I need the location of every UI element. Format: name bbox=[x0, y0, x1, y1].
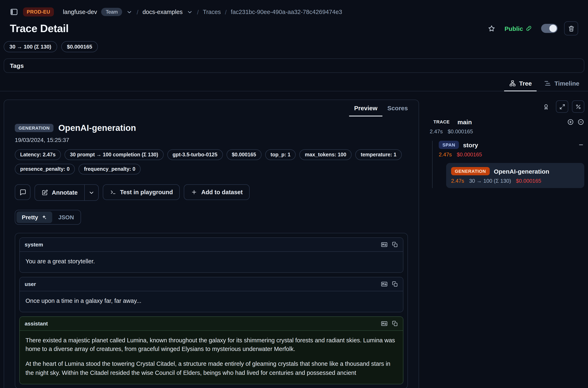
copy-button[interactable] bbox=[392, 320, 398, 327]
cost-pill: $0.000165 bbox=[61, 41, 98, 52]
tree-node-span[interactable]: SPAN story 2.47s $0.000165 bbox=[439, 141, 584, 158]
public-label: Public bbox=[504, 25, 523, 32]
generation-tokens: 30 → 100 (Σ 130) bbox=[469, 178, 511, 184]
generation-name: OpenAI-generation bbox=[494, 168, 549, 175]
trace-name: main bbox=[457, 118, 472, 125]
title-actions: Public bbox=[488, 21, 578, 35]
annotate-label: Annotate bbox=[52, 189, 78, 196]
tree-icon bbox=[509, 80, 516, 87]
observation-metadata-pills: Latency: 2.47s 30 prompt → 100 completio… bbox=[15, 149, 408, 174]
generation-metrics: 2.47s 30 → 100 (Σ 130) $0.000165 bbox=[451, 178, 579, 184]
plus-circle-icon bbox=[567, 118, 574, 125]
copy-button[interactable] bbox=[392, 281, 398, 288]
breadcrumb-org[interactable]: langfuse-dev bbox=[63, 9, 97, 15]
page-title: Trace Detail bbox=[10, 22, 69, 35]
chevron-down-icon bbox=[187, 9, 193, 15]
tab-timeline-label: Timeline bbox=[554, 80, 579, 87]
message-card-user: user Once upon a time in a galaxy far, bbox=[19, 277, 403, 312]
observation-title: OpenAI-generation bbox=[58, 123, 136, 133]
org-switcher-button[interactable] bbox=[126, 9, 133, 15]
tree-zoom-controls bbox=[567, 118, 584, 125]
annotation-queue-button[interactable] bbox=[540, 100, 552, 113]
fullscreen-button[interactable] bbox=[556, 100, 568, 113]
award-icon bbox=[543, 103, 549, 110]
generation-cost: $0.000165 bbox=[516, 178, 541, 184]
breadcrumb-separator: / bbox=[225, 8, 226, 15]
span-latency: 2.47s bbox=[439, 151, 452, 158]
markdown-icon bbox=[381, 320, 388, 327]
observation-body: GENERATION OpenAI-generation 19/03/2024,… bbox=[4, 117, 419, 388]
tree-node-trace[interactable]: TRACE main 2.47s $0.00 bbox=[430, 118, 584, 135]
breadcrumb-trace-id: fac231bc-90ee-490a-aa32-78c4269474e3 bbox=[231, 9, 342, 15]
trace-detail-page: PROD-EU langfuse-dev Team / docs-example… bbox=[0, 0, 588, 388]
assistant-paragraph: There existed a majestic planet called L… bbox=[25, 336, 397, 354]
expand-nodes-button[interactable] bbox=[567, 118, 574, 125]
copy-button[interactable] bbox=[392, 241, 398, 248]
model-pill: gpt-3.5-turbo-0125 bbox=[167, 149, 223, 160]
tree-node-generation[interactable]: GENERATION OpenAI-generation 2.47s 30 → … bbox=[446, 163, 584, 188]
tab-timeline[interactable]: Timeline bbox=[539, 78, 584, 91]
project-switcher-button[interactable] bbox=[187, 9, 193, 15]
plus-icon bbox=[191, 189, 198, 195]
delete-trace-button[interactable] bbox=[564, 21, 578, 35]
annotate-dropdown-button[interactable] bbox=[84, 185, 98, 200]
chevron-down-icon bbox=[89, 190, 94, 196]
presence-penalty-pill: presence_penalty: 0 bbox=[15, 164, 75, 174]
max-tokens-pill: max_tokens: 100 bbox=[299, 149, 352, 160]
trace-metrics: 2.47s $0.000165 bbox=[430, 128, 584, 135]
comment-button[interactable] bbox=[15, 184, 30, 200]
annotate-button[interactable]: Annotate bbox=[35, 185, 84, 200]
trace-summary-row: 30 → 100 (Σ 130) $0.000165 bbox=[0, 35, 588, 52]
breadcrumb-traces[interactable]: Traces bbox=[203, 9, 221, 15]
span-name: story bbox=[463, 141, 478, 148]
markdown-toggle-button[interactable] bbox=[381, 320, 388, 327]
toggle-metrics-button[interactable] bbox=[572, 100, 584, 113]
tab-scores[interactable]: Scores bbox=[383, 101, 413, 117]
panel-left-icon bbox=[10, 8, 18, 16]
collapse-nodes-button[interactable] bbox=[577, 118, 584, 125]
edit-icon bbox=[42, 189, 48, 196]
markdown-toggle-button[interactable] bbox=[381, 281, 388, 288]
public-toggle[interactable] bbox=[541, 24, 558, 33]
temperature-pill: temperature: 1 bbox=[355, 149, 402, 160]
message-list: system You are a great storyteller. bbox=[15, 233, 408, 388]
observation-detail-card: Preview Scores GENERATION OpenAI-generat… bbox=[4, 99, 419, 388]
generation-latency: 2.47s bbox=[451, 178, 464, 184]
tab-preview[interactable]: Preview bbox=[349, 101, 382, 117]
top-p-pill: top_p: 1 bbox=[265, 149, 296, 160]
breadcrumb-row: PROD-EU langfuse-dev Team / docs-example… bbox=[10, 6, 578, 18]
tags-label: Tags bbox=[10, 62, 24, 69]
message-content: There existed a majestic planet called L… bbox=[20, 331, 403, 384]
message-content: You are a great storyteller. bbox=[20, 252, 403, 272]
markdown-toggle-button[interactable] bbox=[381, 241, 388, 248]
format-pretty-button[interactable]: Pretty bbox=[17, 212, 52, 223]
public-link[interactable]: Public bbox=[502, 24, 535, 32]
collapse-span-button[interactable] bbox=[578, 142, 584, 148]
tags-section[interactable]: Tags bbox=[4, 58, 584, 73]
latency-pill: Latency: 2.47s bbox=[15, 149, 61, 160]
message-tools bbox=[381, 281, 398, 288]
terminal-icon bbox=[110, 189, 116, 195]
observation-timestamp: 19/03/2024, 15:25:37 bbox=[15, 137, 408, 143]
add-to-dataset-button[interactable]: Add to dataset bbox=[184, 184, 249, 200]
star-icon bbox=[488, 24, 496, 32]
sidebar-toggle-button[interactable] bbox=[10, 8, 18, 16]
observation-header: GENERATION OpenAI-generation bbox=[15, 123, 408, 133]
trace-latency: 2.47s bbox=[430, 128, 443, 135]
tab-tree[interactable]: Tree bbox=[504, 78, 537, 91]
test-in-playground-button[interactable]: Test in playground bbox=[103, 184, 180, 200]
breadcrumb-project[interactable]: docs-examples bbox=[142, 9, 182, 15]
format-json-button[interactable]: JSON bbox=[53, 212, 79, 223]
message-content: Once upon a time in a galaxy far, far aw… bbox=[20, 291, 403, 312]
tree-children: SPAN story 2.47s $0.000165 bbox=[432, 141, 584, 188]
panel-tabs: Preview Scores bbox=[4, 100, 419, 117]
minus-icon bbox=[578, 142, 584, 148]
span-metrics: 2.47s $0.000165 bbox=[439, 151, 584, 158]
span-cost: $0.000165 bbox=[457, 151, 482, 158]
sparkles-icon bbox=[41, 214, 47, 220]
trace-tree-panel: TRACE main 2.47s $0.00 bbox=[430, 99, 584, 188]
token-usage-pill: 30 → 100 (Σ 130) bbox=[4, 41, 57, 52]
bookmark-star-button[interactable] bbox=[488, 24, 496, 32]
link-icon bbox=[525, 25, 532, 32]
span-node-row: SPAN story bbox=[439, 141, 584, 149]
